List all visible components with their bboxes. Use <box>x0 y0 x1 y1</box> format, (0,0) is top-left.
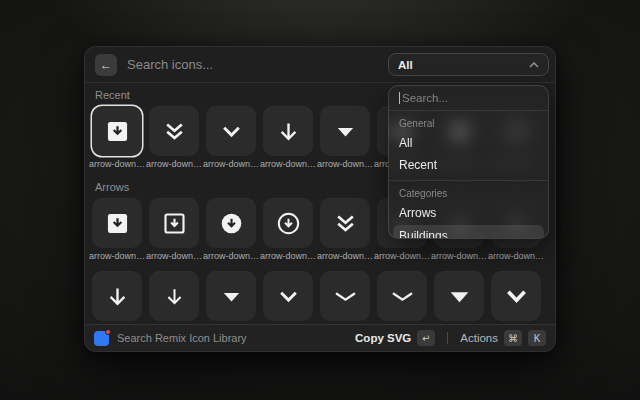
actions-label: Actions <box>460 332 498 344</box>
dropdown-item-recent[interactable]: Recent <box>389 154 548 176</box>
icon-cell <box>491 271 541 321</box>
icon-tile[interactable] <box>149 106 199 156</box>
icon-tile[interactable] <box>263 106 313 156</box>
chevron-up-icon <box>529 62 539 68</box>
icon-tile[interactable] <box>263 271 313 321</box>
icon-label: arrow-down… <box>430 251 488 261</box>
notification-dot <box>105 329 111 335</box>
icon-label: arrow-down… <box>145 251 203 261</box>
icon-label: arrow-down… <box>316 251 374 261</box>
footer-title: Search Remix Icon Library <box>117 332 347 344</box>
icon-label: arrow-down… <box>202 251 260 261</box>
launcher-window: ← Search icons... All Recent arrow-down… <box>84 46 556 352</box>
dropdown-item-buildings[interactable]: Buildings <box>393 225 544 239</box>
arrow-down-slim-line-icon <box>161 283 188 310</box>
back-button[interactable]: ← <box>95 54 117 76</box>
icon-tile[interactable] <box>320 198 370 248</box>
icon-cell <box>320 271 370 321</box>
icon-cell <box>206 271 256 321</box>
category-filter-select[interactable]: All <box>388 53 549 76</box>
category-dropdown-panel: Search... General All Recent Categories … <box>388 85 549 239</box>
back-arrow-icon: ← <box>100 58 112 72</box>
filter-value: All <box>398 59 413 71</box>
icon-tile[interactable] <box>434 271 484 321</box>
icon-cell: arrow-down… <box>206 106 256 169</box>
dropdown-item-arrows[interactable]: Arrows <box>389 202 548 224</box>
icon-cell <box>377 271 427 321</box>
arrow-down-bold-chevron-icon <box>503 283 530 310</box>
icon-tile[interactable] <box>206 106 256 156</box>
footer-bar: Search Remix Icon Library Copy SVG ↵ Act… <box>85 324 555 351</box>
remix-extension-logo-icon <box>94 331 109 346</box>
icon-label: arrow-down… <box>88 251 146 261</box>
icon-label: arrow-down… <box>145 159 203 169</box>
icon-cell: arrow-down… <box>320 106 370 169</box>
arrow-down-wide-chevron-icon <box>389 283 416 310</box>
arrow-down-line-icon <box>275 118 302 145</box>
icon-tile[interactable] <box>92 198 142 248</box>
arrow-down-triangle-icon <box>332 118 359 145</box>
icon-tile[interactable] <box>320 106 370 156</box>
arrow-down-triangle-fill-icon <box>446 283 473 310</box>
icon-label: arrow-down… <box>487 251 545 261</box>
icon-cell <box>149 271 199 321</box>
search-input[interactable]: Search icons... <box>127 57 378 72</box>
dropdown-group-title-categories: Categories <box>389 181 548 202</box>
arrow-down-chevron-icon <box>275 283 302 310</box>
arrow-down-triangle-icon <box>218 283 245 310</box>
arrow-down-circle-line-icon <box>275 210 302 237</box>
header: ← Search icons... All <box>85 47 555 83</box>
dropdown-group-title-general: General <box>389 111 548 132</box>
icon-cell: arrow-down… <box>92 198 142 261</box>
arrow-down-double-icon <box>332 210 359 237</box>
icon-cell: arrow-down… <box>263 106 313 169</box>
icon-label: arrow-down… <box>259 251 317 261</box>
icon-cell <box>434 271 484 321</box>
icon-cell <box>263 271 313 321</box>
cmd-key-icon: ⌘ <box>504 330 522 346</box>
arrows-grid-row2 <box>85 271 555 321</box>
icon-tile[interactable] <box>206 271 256 321</box>
arrow-down-box-line-icon <box>161 210 188 237</box>
icon-cell: arrow-down… <box>320 198 370 261</box>
icon-tile[interactable] <box>491 271 541 321</box>
icon-label: arrow-down… <box>202 159 260 169</box>
copy-svg-button[interactable]: Copy SVG ↵ <box>355 330 435 346</box>
dropdown-search-input[interactable]: Search... <box>389 86 548 111</box>
icon-label: arrow-down… <box>88 159 146 169</box>
icon-cell: arrow-down… <box>149 198 199 261</box>
icon-label: arrow-down… <box>259 159 317 169</box>
copy-svg-label: Copy SVG <box>355 332 411 344</box>
arrow-down-double-icon <box>161 118 188 145</box>
icon-cell: arrow-down… <box>92 106 142 169</box>
icon-tile[interactable] <box>92 271 142 321</box>
arrow-down-box-fill-icon <box>104 118 131 145</box>
icon-tile[interactable] <box>149 198 199 248</box>
icon-cell: arrow-down… <box>206 198 256 261</box>
icon-tile-selected[interactable] <box>92 106 142 156</box>
icon-tile[interactable] <box>320 271 370 321</box>
icon-label: arrow-down… <box>316 159 374 169</box>
arrow-down-chevron-icon <box>218 118 245 145</box>
return-key-icon: ↵ <box>417 330 435 346</box>
text-caret <box>399 92 400 104</box>
arrow-down-line-icon <box>104 283 131 310</box>
icon-cell <box>92 271 142 321</box>
arrow-down-wide-chevron-icon <box>332 283 359 310</box>
icon-tile[interactable] <box>206 198 256 248</box>
icon-label: arrow-down… <box>373 251 431 261</box>
icon-tile[interactable] <box>263 198 313 248</box>
icon-cell: arrow-down… <box>149 106 199 169</box>
icon-tile[interactable] <box>377 271 427 321</box>
arrow-down-box-fill-icon <box>104 210 131 237</box>
icon-cell: arrow-down… <box>263 198 313 261</box>
footer-divider <box>447 332 448 344</box>
dropdown-item-all[interactable]: All <box>389 132 548 154</box>
arrow-down-circle-fill-icon <box>218 210 245 237</box>
actions-button[interactable]: Actions ⌘ K <box>460 330 546 346</box>
icon-tile[interactable] <box>149 271 199 321</box>
dropdown-search-placeholder: Search... <box>402 92 448 104</box>
k-key-icon: K <box>528 330 546 346</box>
